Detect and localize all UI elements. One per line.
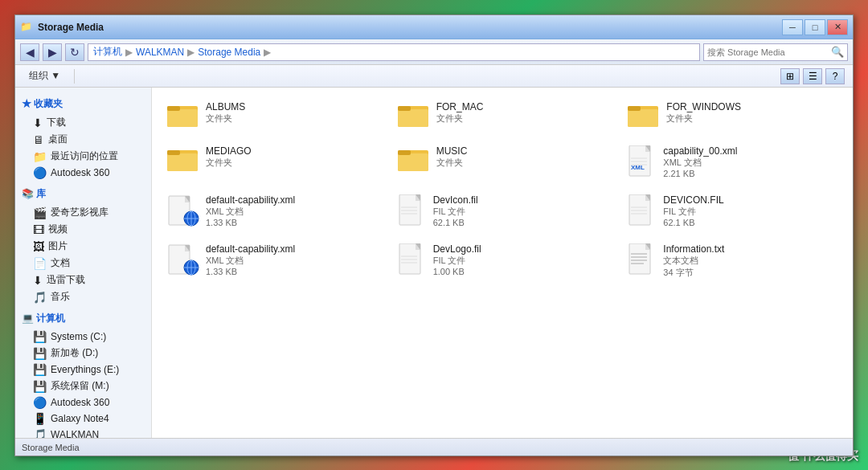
status-text: Storage Media [22, 443, 80, 452]
txt-file-icon [628, 243, 657, 278]
explorer-window: 📁 Storage Media ─ □ ✕ ◀ ▶ ↻ 计算机 ▶ WALKMA… [14, 14, 854, 456]
file-meta: 文件夹 [436, 112, 484, 125]
breadcrumb-storage-media[interactable]: Storage Media [198, 47, 260, 58]
sidebar-item-c[interactable]: 💾 Systems (C:) [15, 329, 151, 345]
breadcrumb-computer[interactable]: 计算机 [93, 45, 122, 59]
file-item-default-cap1[interactable]: default-capability.xml XML 文档 1.33 KB [162, 190, 383, 233]
sidebar-item-label: WALKMAN [51, 429, 99, 438]
views-button[interactable]: ⊞ [780, 68, 800, 84]
file-name: DevLogo.fil [433, 243, 481, 255]
file-meta: 文本文档 [663, 255, 724, 267]
file-item-music[interactable]: MUSIC 文件夹 [392, 141, 613, 184]
sidebar-item-desktop[interactable]: 🖥 桌面 [15, 131, 151, 148]
folder-icon [167, 101, 199, 131]
video-icon: 🎞 [33, 223, 44, 236]
file-item-devicon-fil2[interactable]: DEVICON.FIL FIL 文件 62.1 KB [622, 190, 843, 233]
maximize-button[interactable]: □ [805, 19, 825, 35]
file-item-capability-xml[interactable]: XML capability_00.xml XML 文档 2.21 KB [622, 141, 843, 184]
svg-rect-10 [167, 153, 198, 171]
file-meta: FIL 文件 [433, 255, 481, 267]
iqiyi-icon: 🎬 [33, 206, 47, 219]
file-info: MUSIC 文件夹 [436, 145, 468, 169]
sidebar-item-recent[interactable]: 📁 最近访问的位置 [15, 148, 151, 165]
sidebar-item-video[interactable]: 🎞 视频 [15, 221, 151, 238]
svg-rect-5 [398, 106, 411, 111]
svg-rect-11 [167, 150, 180, 155]
file-item-devicon-fil[interactable]: DevIcon.fil FIL 文件 62.1 KB [392, 190, 613, 233]
file-name: Information.txt [663, 243, 724, 255]
svg-rect-13 [398, 153, 428, 171]
music-icon: 🎵 [33, 291, 47, 304]
file-meta: FIL 文件 [663, 206, 723, 218]
pictures-icon: 🖼 [33, 240, 44, 253]
search-icon[interactable]: 🔍 [831, 46, 844, 58]
minimize-button[interactable]: ─ [782, 19, 803, 35]
fil-plain-icon [628, 194, 657, 229]
file-item-albums[interactable]: ALBUMS 文件夹 [162, 97, 383, 135]
folder-icon [628, 101, 660, 131]
sidebar-item-d[interactable]: 💾 新加卷 (D:) [15, 345, 151, 362]
favorites-header[interactable]: ★ 收藏夹 [15, 94, 151, 114]
file-info: DEVICON.FIL FIL 文件 62.1 KB [663, 194, 723, 227]
sidebar-item-pictures[interactable]: 🖼 图片 [15, 238, 151, 255]
status-bar: Storage Media [15, 438, 853, 456]
file-item-default-cap2[interactable]: default-capability.xml XML 文档 1.33 KB [162, 239, 383, 283]
sidebar-item-autodesk360-fav[interactable]: 🔵 Autodesk 360 [15, 165, 151, 181]
back-button[interactable]: ◀ [20, 43, 39, 61]
window-title: Storage Media [38, 22, 782, 33]
file-info: default-capability.xml XML 文档 1.33 KB [206, 243, 295, 276]
file-size: 2.21 KB [663, 169, 737, 178]
svg-rect-2 [167, 106, 180, 111]
sidebar-item-iqiyi[interactable]: 🎬 爱奇艺影视库 [15, 204, 151, 221]
file-item-for-windows[interactable]: FOR_WINDOWS 文件夹 [622, 97, 843, 135]
refresh-button[interactable]: ↻ [65, 43, 84, 61]
breadcrumb-walkman[interactable]: WALKMAN [136, 47, 184, 58]
sidebar-section-favorites: ★ 收藏夹 ⬇ 下载 🖥 桌面 📁 最近访问的位置 🔵 [15, 94, 151, 181]
file-name: FOR_MAC [436, 101, 484, 112]
svg-rect-1 [167, 109, 198, 127]
search-input[interactable] [707, 47, 828, 57]
file-item-for-mac[interactable]: FOR_MAC 文件夹 [392, 97, 613, 135]
file-grid: ALBUMS 文件夹 FOR_MAC 文件 [162, 97, 843, 283]
organize-button[interactable]: 组织 ▼ [23, 67, 66, 85]
file-area: ALBUMS 文件夹 FOR_MAC 文件 [152, 88, 853, 438]
sidebar-item-label: 新加卷 (D:) [51, 346, 98, 360]
file-info: FOR_WINDOWS 文件夹 [666, 101, 741, 125]
sidebar-item-downloads[interactable]: ⬇ 下载 [15, 114, 151, 131]
sidebar-item-e[interactable]: 💾 Everythings (E:) [15, 362, 151, 378]
sidebar-item-galaxy[interactable]: 📱 Galaxy Note4 [15, 411, 151, 427]
file-item-information[interactable]: Information.txt 文本文档 34 字节 [622, 239, 843, 283]
library-header[interactable]: 📚 库 [15, 184, 151, 204]
forward-button[interactable]: ▶ [43, 43, 62, 61]
drive-e-icon: 💾 [33, 363, 47, 376]
sidebar-item-documents[interactable]: 📄 文档 [15, 255, 151, 272]
file-meta: 文件夹 [666, 112, 741, 125]
file-item-devlogo[interactable]: DevLogo.fil FIL 文件 1.00 KB [392, 239, 613, 283]
autodesk360-icon: 🔵 [33, 396, 47, 409]
sidebar-item-label: 爱奇艺影视库 [51, 206, 108, 219]
sidebar-item-m[interactable]: 💾 系统保留 (M:) [15, 378, 151, 394]
folder-icon [398, 101, 430, 131]
sidebar-item-label: Systems (C:) [51, 331, 106, 342]
svg-rect-4 [398, 109, 428, 127]
pane-button[interactable]: ☰ [803, 68, 822, 84]
drive-m-icon: 💾 [33, 380, 47, 393]
fil-file-icon [398, 194, 427, 229]
drive-d-icon: 💾 [33, 347, 47, 360]
file-meta: XML 文档 [663, 157, 737, 169]
computer-header[interactable]: 💻 计算机 [15, 309, 151, 329]
sidebar-item-walkman[interactable]: 🎵 WALKMAN [15, 427, 151, 438]
file-info: DevIcon.fil FIL 文件 62.1 KB [433, 194, 478, 227]
sidebar-item-autodesk360[interactable]: 🔵 Autodesk 360 [15, 394, 151, 411]
close-button[interactable]: ✕ [827, 19, 848, 35]
galaxy-icon: 📱 [33, 412, 47, 425]
sidebar-item-music[interactable]: 🎵 音乐 [15, 288, 151, 305]
file-info: capability_00.xml XML 文档 2.21 KB [663, 145, 737, 178]
file-name: default-capability.xml [206, 194, 295, 206]
sidebar-item-label: 视频 [48, 223, 68, 236]
help-button[interactable]: ? [825, 68, 845, 84]
file-item-mediago[interactable]: MEDIAGO 文件夹 [162, 141, 383, 184]
sidebar-item-thunder[interactable]: ⬇ 迅雷下载 [15, 272, 151, 288]
content-area: ★ 收藏夹 ⬇ 下载 🖥 桌面 📁 最近访问的位置 🔵 [15, 88, 853, 438]
file-size: 1.33 KB [206, 218, 295, 227]
